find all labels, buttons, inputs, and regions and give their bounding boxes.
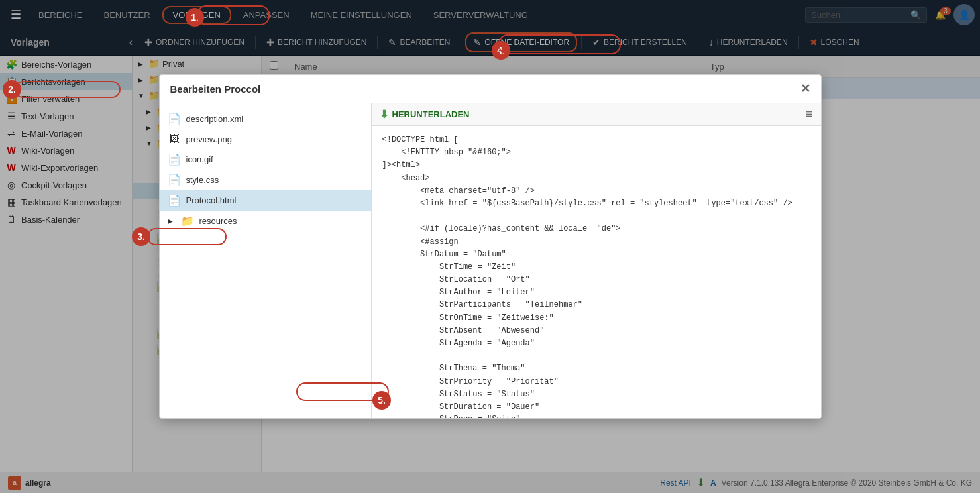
modal-header: Bearbeiten Proccol ✕: [160, 75, 821, 103]
icon-gif-label: icon.gif: [186, 154, 213, 164]
code-download-btn[interactable]: ⬇ HERUNTERLADEN: [380, 108, 470, 121]
resources-arrow: ▶: [168, 217, 176, 225]
file-icon-gif[interactable]: 📄 icon.gif: [160, 149, 371, 170]
desc-xml-label: description.xml: [186, 114, 244, 124]
bearbeiten-modal: Bearbeiten Proccol ✕ 📄 description.xml 🖼…: [159, 74, 822, 419]
file-description-xml[interactable]: 📄 description.xml: [160, 109, 371, 129]
desc-xml-icon: 📄: [168, 113, 181, 125]
file-preview-png[interactable]: 🖼 preview.png: [160, 129, 371, 149]
code-content[interactable]: <!DOCTYPE html [ <!ENTITY nbsp "&#160;">…: [372, 126, 821, 418]
file-protocol-html[interactable]: 📄 Protocol.html: [160, 190, 371, 211]
resources-icon: 📁: [181, 215, 194, 227]
code-toolbar: ⬇ HERUNTERLADEN ≡: [372, 103, 821, 126]
modal-code-panel: ⬇ HERUNTERLADEN ≡ <!DOCTYPE html [ <!ENT…: [372, 103, 821, 418]
protocol-html-label: Protocol.html: [186, 195, 237, 205]
protocol-html-icon: 📄: [168, 194, 181, 207]
code-menu-btn[interactable]: ≡: [806, 107, 813, 121]
resources-label: resources: [199, 216, 237, 226]
modal-overlay: Bearbeiten Proccol ✕ 📄 description.xml 🖼…: [0, 0, 980, 493]
modal-file-list: 📄 description.xml 🖼 preview.png 📄 icon.g…: [160, 103, 372, 418]
file-resources[interactable]: ▶ 📁 resources: [160, 211, 371, 231]
style-css-label: style.css: [186, 175, 219, 185]
modal-title: Bearbeiten Proccol: [170, 83, 261, 95]
preview-png-label: preview.png: [186, 135, 232, 144]
code-download-icon: ⬇: [380, 108, 388, 121]
modal-close-btn[interactable]: ✕: [800, 82, 810, 96]
style-css-icon: 📄: [168, 174, 181, 186]
icon-gif-icon: 📄: [168, 153, 181, 166]
file-style-css[interactable]: 📄 style.css: [160, 170, 371, 190]
preview-png-icon: 🖼: [168, 133, 181, 145]
code-download-label: HERUNTERLADEN: [392, 109, 470, 119]
modal-body: 📄 description.xml 🖼 preview.png 📄 icon.g…: [160, 103, 821, 418]
